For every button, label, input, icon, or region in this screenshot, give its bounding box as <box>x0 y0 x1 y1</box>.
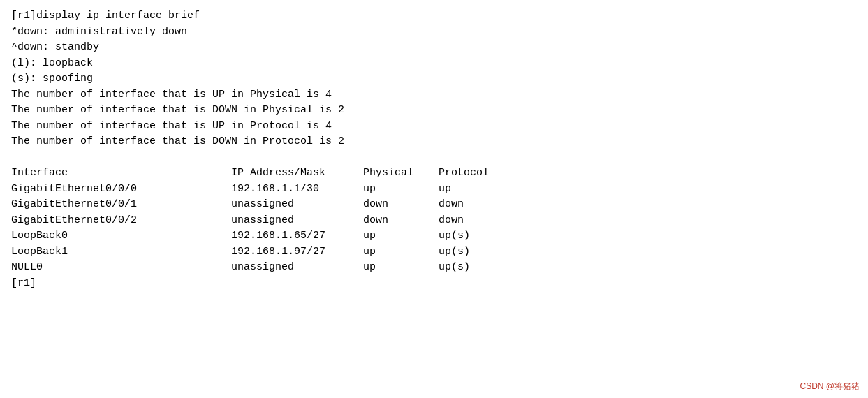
terminal-line-6: The number of interface that is DOWN in … <box>11 103 857 119</box>
watermark: CSDN @将猪猪 <box>800 381 860 392</box>
terminal-line-3: (l): loopback <box>11 56 857 72</box>
terminal-line-12: GigabitEthernet0/0/1 unassigned down dow… <box>11 197 857 213</box>
terminal-line-4: (s): spoofing <box>11 71 857 87</box>
terminal-line-5: The number of interface that is UP in Ph… <box>11 87 857 103</box>
terminal-line-10: Interface IP Address/Mask Physical Proto… <box>11 165 857 182</box>
terminal-line-15: LoopBack1 192.168.1.97/27 up up(s) <box>11 244 857 260</box>
terminal-line-16: NULL0 unassigned up up(s) <box>11 260 857 276</box>
terminal-line-14: LoopBack0 192.168.1.65/27 up up(s) <box>11 228 857 244</box>
terminal-line-17: [r1] <box>11 276 857 292</box>
terminal-container: [r1]display ip interface brief*down: adm… <box>0 0 868 398</box>
terminal-line-1: *down: administratively down <box>11 24 857 40</box>
terminal-line-8: The number of interface that is DOWN in … <box>11 134 857 150</box>
terminal-line-0: [r1]display ip interface brief <box>11 8 857 24</box>
terminal-output: [r1]display ip interface brief*down: adm… <box>11 8 857 291</box>
terminal-line-13: GigabitEthernet0/0/2 unassigned down dow… <box>11 213 857 229</box>
terminal-line-11: GigabitEthernet0/0/0 192.168.1.1/30 up u… <box>11 182 857 198</box>
terminal-line-9 <box>11 150 857 166</box>
terminal-line-2: ^down: standby <box>11 40 857 56</box>
terminal-line-7: The number of interface that is UP in Pr… <box>11 119 857 135</box>
